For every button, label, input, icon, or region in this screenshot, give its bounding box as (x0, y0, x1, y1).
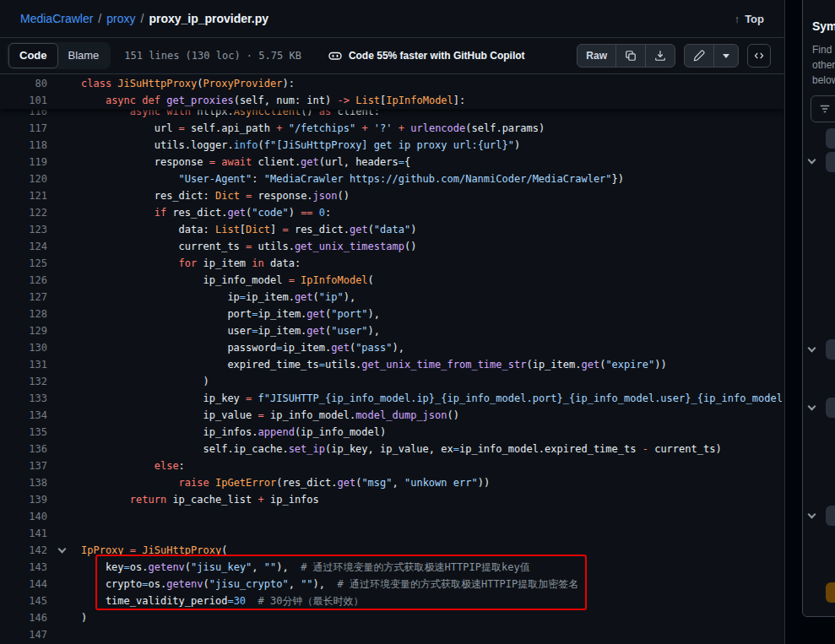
line-number[interactable]: 129 (0, 322, 47, 339)
line-number[interactable]: 101 (0, 92, 47, 109)
line-number[interactable]: 125 (0, 255, 47, 272)
gutter (47, 238, 81, 255)
symbol-item-partial[interactable] (826, 506, 835, 526)
line-number[interactable]: 137 (0, 457, 47, 474)
raw-button[interactable]: Raw (577, 45, 616, 67)
code-line-row: 138 raise IpGetError(res_dict.get("msg",… (0, 474, 784, 491)
code-line: expired_time_ts=utils.get_unix_time_from… (81, 356, 667, 373)
gutter (47, 137, 81, 154)
symbol-item-partial[interactable] (826, 128, 835, 149)
code-line-row: 136 self.ip_cache.set_ip(ip_key, ip_valu… (0, 441, 784, 457)
filter-symbols-button[interactable] (811, 95, 835, 122)
line-number[interactable]: 141 (0, 525, 47, 542)
code-line-row: 124 current_ts = utils.get_unix_timestam… (0, 238, 784, 255)
symbol-item-partial[interactable] (826, 339, 835, 360)
edit-dropdown-button[interactable] (714, 45, 738, 67)
line-number[interactable]: 134 (0, 407, 47, 424)
line-number[interactable]: 118 (0, 137, 47, 154)
line-number[interactable]: 122 (0, 204, 47, 221)
symbol-item-highlighted-partial[interactable] (826, 582, 835, 603)
code-line: async def get_proxies(self, num: int) ->… (81, 92, 465, 109)
line-number[interactable]: 116 (0, 110, 47, 120)
code-line-row: 139 return ip_cache_list + ip_infos (0, 491, 784, 508)
raw-copy-download-group: Raw (577, 44, 675, 68)
breadcrumb-file-name: proxy_ip_provider.py (149, 12, 268, 25)
symbols-sidebar: Symbols Find other below (802, 0, 835, 644)
copilot-banner[interactable]: Code 55% faster with GitHub Copilot (328, 49, 525, 62)
line-number[interactable]: 124 (0, 238, 47, 255)
code-line-row: 143 key=os.getenv("jisu_key", ""), # 通过环… (0, 559, 784, 576)
line-number[interactable]: 139 (0, 491, 47, 508)
code-line: password=ip_item.get("pass"), (81, 339, 404, 356)
line-number[interactable]: 145 (0, 593, 47, 609)
code-line-row: 117 url = self.api_path + "/fetchips" + … (0, 120, 784, 137)
sticky-header: 80class JiSuHttpProxy(ProxyProvider):101… (0, 75, 784, 110)
breadcrumb-dir-link[interactable]: proxy (106, 12, 135, 25)
gutter (47, 75, 81, 92)
gutter (47, 339, 81, 356)
gutter (47, 92, 81, 109)
file-toolbar: Code Blame 151 lines (130 loc) · 5.75 KB… (0, 37, 784, 74)
line-number[interactable]: 128 (0, 306, 47, 322)
github-file-view: MediaCrawler/proxy/proxy_ip_provider.py … (0, 0, 835, 644)
tab-blame[interactable]: Blame (58, 44, 110, 68)
code-line: self.ip_cache.set_ip(ip_key, ip_value, e… (81, 441, 722, 457)
line-number[interactable]: 130 (0, 339, 47, 356)
code-line-row: 133 ip_key = f"JISUHTTP_{ip_info_model.i… (0, 390, 784, 407)
clipped-code-row: 116 async with httpx.AsyncClient() as cl… (0, 110, 784, 120)
code-line: ip_key = f"JISUHTTP_{ip_info_model.ip}_{… (81, 390, 783, 407)
code-line: async with httpx.AsyncClient() as client… (81, 110, 380, 120)
line-number[interactable]: 135 (0, 424, 47, 441)
line-number[interactable]: 132 (0, 373, 47, 390)
gutter (47, 204, 81, 221)
line-number[interactable]: 147 (0, 626, 47, 643)
line-number[interactable]: 136 (0, 441, 47, 457)
breadcrumb-repo-link[interactable]: MediaCrawler (20, 12, 93, 25)
line-number[interactable]: 126 (0, 272, 47, 289)
line-number[interactable]: 138 (0, 474, 47, 491)
line-number[interactable]: 121 (0, 187, 47, 204)
gutter (47, 542, 81, 559)
code-brackets-icon (753, 50, 765, 62)
symbol-item-partial[interactable] (826, 398, 835, 418)
line-number[interactable]: 80 (0, 75, 47, 92)
line-number[interactable]: 144 (0, 576, 47, 593)
code-line-row: 80class JiSuHttpProxy(ProxyProvider): (0, 75, 784, 92)
line-number[interactable]: 117 (0, 120, 47, 137)
symbol-item-partial[interactable] (826, 152, 835, 172)
symbols-pane-toggle-button[interactable] (747, 44, 771, 68)
line-number[interactable]: 133 (0, 390, 47, 407)
code-line: current_ts = utils.get_unix_timestamp() (81, 238, 416, 255)
top-button-label: Top (745, 13, 764, 25)
scroll-to-top-button[interactable]: ↑ Top (728, 9, 771, 29)
download-raw-button[interactable] (646, 45, 675, 67)
line-number[interactable]: 142 (0, 542, 47, 559)
gutter (47, 373, 81, 390)
code-line-row: 142IpProxy = JiSuHttpProxy( (0, 542, 784, 559)
code-line-row: 118 utils.logger.info(f"[JiSuHttpProxy] … (0, 137, 784, 154)
copy-raw-button[interactable] (616, 45, 646, 67)
code-line: utils.logger.info(f"[JiSuHttpProxy] get … (81, 137, 520, 154)
line-number[interactable]: 120 (0, 170, 47, 187)
line-number[interactable]: 143 (0, 559, 47, 576)
line-number[interactable]: 123 (0, 221, 47, 238)
collapse-chevron-icon[interactable] (58, 545, 67, 554)
line-number[interactable]: 146 (0, 609, 47, 626)
code-line: response = await client.get(url, headers… (81, 154, 410, 170)
code-line-row: 122 if res_dict.get("code") == 0: (0, 204, 784, 221)
copy-icon (625, 50, 637, 62)
line-number[interactable]: 140 (0, 508, 47, 525)
gutter (47, 170, 81, 187)
line-number[interactable]: 119 (0, 154, 47, 170)
line-number[interactable]: 131 (0, 356, 47, 373)
copilot-banner-text: Code 55% faster with GitHub Copilot (349, 50, 525, 62)
tab-code[interactable]: Code (8, 43, 58, 68)
code-line: else: (81, 457, 185, 474)
line-number[interactable]: 127 (0, 289, 47, 306)
edit-file-button[interactable] (685, 45, 714, 67)
gutter (47, 525, 81, 542)
code-line: ip_value = ip_info_model.model_dump_json… (81, 407, 459, 424)
code-line-row: 145 time_validity_period=30 # 30分钟（最长时效） (0, 593, 784, 609)
gutter (47, 322, 81, 339)
gutter (47, 474, 81, 491)
